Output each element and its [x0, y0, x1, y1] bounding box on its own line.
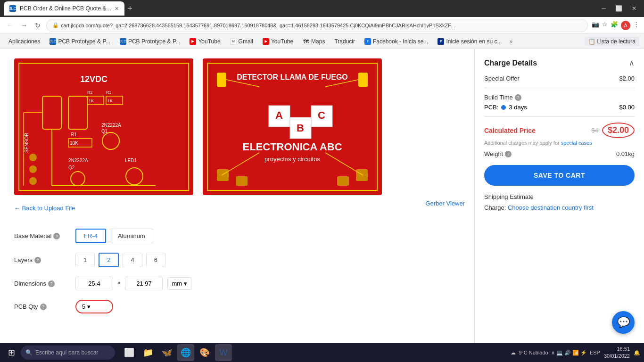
pcb-qty-help-icon[interactable]: ?: [40, 304, 47, 310]
extensions-icon[interactable]: 🧩: [611, 21, 618, 30]
pcb-days-info: PCB: 3 days: [484, 104, 527, 111]
weight-help-icon[interactable]: ?: [505, 151, 512, 157]
pcb-svg-2: DETECTOR LLAMA DE FUEGO A B C EL: [203, 58, 382, 195]
bookmark-jlc-1[interactable]: JLC PCB Prototype & P...: [46, 37, 114, 46]
bookmark-translate-label: Traducir: [334, 38, 355, 45]
address-bar: ← → ↻ 🔒 cart.jlcpcb.com/quote?_ga=2.2687…: [0, 17, 644, 34]
bookmark-aplicaciones-label: Aplicaciones: [8, 38, 40, 45]
bookmark-facebook[interactable]: f Facebook - Inicia se...: [361, 37, 432, 46]
bookmark-jlc-2[interactable]: JLC PCB Prototype & P...: [116, 37, 184, 46]
chat-button[interactable]: 💬: [612, 311, 635, 334]
base-material-help-icon[interactable]: ?: [53, 233, 60, 239]
reading-list-icon: 📋: [588, 38, 595, 45]
star-icon[interactable]: ☆: [602, 21, 608, 30]
pcb-images: 12VDC R2 R3 1K 1K 2N2222A Q1 R1: [14, 58, 465, 195]
special-cases-link[interactable]: special cases: [561, 140, 592, 146]
window-controls: ─ ⬜ ✕: [598, 4, 640, 13]
layers-4-btn[interactable]: 4: [123, 253, 142, 267]
layers-2-btn[interactable]: 2: [99, 253, 119, 267]
back-btn[interactable]: ←: [5, 21, 15, 30]
jlc-favicon-1: JLC: [50, 38, 56, 45]
active-tab[interactable]: JLC PCB Order & Online PCB Quote &... ✕: [4, 1, 124, 16]
svg-text:2N2222A: 2N2222A: [101, 123, 121, 128]
tab-close-btn[interactable]: ✕: [115, 6, 119, 12]
dimensions-row: Dimensions ? * mm ▾: [14, 277, 465, 290]
build-time-label: Build Time ?: [484, 94, 635, 101]
fr4-option-btn[interactable]: FR-4: [75, 229, 106, 243]
bookmark-aplicaciones[interactable]: Aplicaciones: [5, 37, 44, 46]
url-bar[interactable]: 🔒 cart.jlcpcb.com/quote?_ga=2.268736628.…: [46, 19, 588, 32]
svg-text:1K: 1K: [107, 99, 113, 103]
url-text: cart.jlcpcb.com/quote?_ga=2.268736628.44…: [61, 23, 455, 28]
bookmark-jlc-1-label: PCB Prototype & P...: [58, 38, 110, 45]
more-bookmarks-btn[interactable]: »: [509, 38, 512, 45]
svg-text:12VDC: 12VDC: [80, 74, 107, 84]
old-price: $4: [591, 127, 598, 134]
svg-text:ELECTRONICA ABC: ELECTRONICA ABC: [242, 141, 342, 153]
back-to-upload-link[interactable]: ← Back to Upload File: [14, 205, 75, 212]
build-time-help-icon[interactable]: ?: [515, 94, 521, 101]
build-time-row: Build Time ? PCB: 3 days $0.00: [484, 94, 635, 111]
svg-point-25: [29, 177, 37, 185]
new-tab-btn[interactable]: +: [127, 4, 132, 14]
layers-options: 1 2 4 6: [75, 253, 165, 267]
day-dot-icon: [501, 105, 506, 110]
choose-country-link[interactable]: Choose destination country first: [508, 204, 594, 211]
charge-details-title: Charge Details: [484, 59, 537, 67]
base-material-options: FR-4 Aluminum: [75, 229, 153, 243]
close-btn[interactable]: ✕: [628, 4, 640, 13]
dimension-width-input[interactable]: [75, 277, 113, 290]
layers-help-icon[interactable]: ?: [34, 257, 41, 263]
profile-icon[interactable]: A: [621, 21, 630, 30]
fb-favicon: f: [364, 38, 371, 45]
layers-6-btn[interactable]: 6: [146, 253, 165, 267]
dimension-unit-selector[interactable]: mm ▾: [167, 277, 191, 290]
yt-favicon-1: ▶: [190, 38, 196, 45]
save-to-cart-btn[interactable]: SAVE TO CART: [484, 165, 635, 186]
pcb-image-2: DETECTOR LLAMA DE FUEGO A B C EL: [203, 58, 382, 195]
bookmark-translate[interactable]: Traducir: [330, 37, 359, 46]
svg-text:Q2: Q2: [68, 165, 75, 170]
charge-header: Charge Details ∧: [484, 58, 635, 67]
pcb-qty-row: PCB Qty ? 5 ▾: [14, 300, 465, 313]
maximize-btn[interactable]: ⬜: [611, 4, 626, 13]
base-material-row: Base Material ? FR-4 Aluminum: [14, 229, 465, 243]
dimensions-label: Dimensions ?: [14, 280, 71, 287]
special-offer-label: Special Offer: [484, 75, 520, 82]
bookmark-youtube-1[interactable]: ▶ YouTube: [186, 37, 224, 46]
pcb-days-row: PCB: 3 days $0.00: [484, 104, 635, 111]
bookmark-maps[interactable]: 🗺 Maps: [299, 37, 329, 46]
tab-title: PCB Order & Online PCB Quote &...: [20, 5, 111, 12]
bookmark-gmail[interactable]: M Gmail: [226, 37, 257, 46]
screenshot-icon[interactable]: 📷: [592, 21, 599, 30]
bookmark-youtube-2[interactable]: ▶ YouTube: [259, 37, 297, 46]
bookmark-jlc-2-label: PCB Prototype & P...: [128, 38, 181, 45]
weight-row: Weight ? 0.01kg: [484, 150, 635, 157]
refresh-btn[interactable]: ↻: [33, 21, 42, 30]
menu-icon[interactable]: ⋮: [633, 21, 639, 30]
charge-collapse-icon[interactable]: ∧: [629, 58, 635, 67]
svg-text:SENSOR: SENSOR: [24, 133, 29, 153]
gerber-viewer-link[interactable]: Gerber Viewer: [425, 200, 465, 207]
dimension-height-input[interactable]: [125, 277, 163, 290]
titlebar: JLC PCB Order & Online PCB Quote &... ✕ …: [0, 0, 644, 17]
svg-text:R1: R1: [71, 132, 77, 137]
calculated-price-label: Calculated Price: [484, 127, 536, 134]
bookmark-paypal-label: Inicie sesión en su c...: [446, 38, 502, 45]
forward-btn[interactable]: →: [19, 21, 29, 30]
bookmark-paypal[interactable]: P Inicie sesión en su c...: [434, 37, 505, 46]
qty-chevron-icon: ▾: [87, 303, 91, 310]
dimensions-help-icon[interactable]: ?: [48, 280, 55, 287]
layers-1-btn[interactable]: 1: [75, 253, 95, 267]
pcb-qty-dropdown[interactable]: 5 ▾: [75, 300, 113, 313]
aluminum-option-btn[interactable]: Aluminum: [110, 229, 153, 243]
svg-rect-45: [337, 176, 349, 186]
shipping-section: Shipping Estimate Charge: Choose destina…: [484, 193, 635, 211]
svg-rect-42: [358, 73, 368, 87]
svg-text:R3: R3: [106, 90, 112, 95]
reading-list-label: Lista de lectura: [597, 38, 636, 45]
bookmark-reading-list[interactable]: 📋 Lista de lectura: [585, 37, 639, 46]
new-price: $2.00: [602, 123, 635, 138]
minimize-btn[interactable]: ─: [598, 4, 610, 13]
calc-note: Additional charges may apply for special…: [484, 140, 635, 146]
